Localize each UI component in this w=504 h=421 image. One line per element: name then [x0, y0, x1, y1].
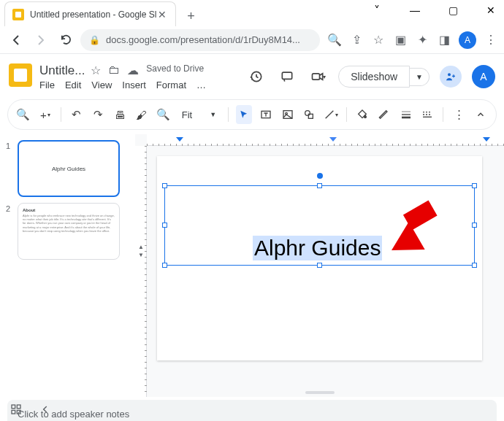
resize-handle-mr[interactable] — [472, 223, 477, 228]
doc-title[interactable]: Untitle... — [39, 63, 85, 78]
forward-button[interactable] — [31, 30, 51, 50]
print-icon[interactable]: 🖶 — [112, 105, 128, 124]
ruler-center-icon[interactable] — [329, 137, 337, 142]
new-slide-icon[interactable]: +▾ — [37, 105, 53, 124]
notes-splitter[interactable] — [305, 391, 335, 394]
install-icon[interactable]: ▣ — [393, 33, 408, 47]
bookmark-icon[interactable]: ☆ — [371, 33, 386, 47]
ruler-indent-left-icon[interactable] — [176, 137, 183, 142]
app-header: Untitle... ☆ 🗀 ☁ Saved to Drive File Edi… — [0, 54, 504, 95]
comments-icon[interactable] — [277, 66, 297, 87]
zoom-tool-icon[interactable]: 🔍 — [156, 105, 172, 124]
move-icon[interactable]: 🗀 — [108, 63, 120, 77]
svg-rect-2 — [312, 74, 319, 80]
lock-icon: 🔒 — [89, 35, 100, 45]
more-tools-icon[interactable]: ⋮ — [451, 105, 467, 124]
redo-icon[interactable]: ↷ — [90, 105, 106, 124]
sidepanel-icon[interactable]: ◨ — [437, 33, 451, 47]
slide-thumb-1[interactable]: 1 Alphr Guides — [6, 140, 129, 197]
speaker-notes[interactable]: Click to add speaker notes — [7, 400, 497, 421]
slideshow-dropdown[interactable]: ▼ — [410, 68, 429, 86]
tab-title: Untitled presentation - Google Sl — [30, 9, 156, 20]
slides-favicon — [12, 9, 24, 20]
back-button[interactable] — [6, 30, 26, 50]
menu-edit[interactable]: Edit — [65, 80, 81, 90]
share-page-icon[interactable]: ⇪ — [349, 33, 364, 47]
undo-icon[interactable]: ↶ — [69, 105, 85, 124]
title-text[interactable]: Alphr Guides — [253, 236, 382, 260]
rotate-handle[interactable] — [317, 173, 323, 179]
reload-button[interactable] — [56, 30, 76, 50]
window-close-button[interactable]: ✕ — [481, 0, 501, 20]
paint-format-icon[interactable]: 🖌 — [134, 105, 150, 124]
svg-rect-9 — [12, 405, 15, 409]
border-dash-icon[interactable] — [420, 105, 436, 124]
filmstrip-splitter[interactable]: ▲▼ — [137, 244, 145, 258]
border-color-icon[interactable] — [376, 105, 392, 124]
title-textbox[interactable]: Alphr Guides — [164, 185, 475, 266]
shape-tool-icon[interactable] — [302, 105, 318, 124]
history-icon[interactable] — [246, 66, 267, 87]
toolbar: 🔍 +▾ ↶ ↷ 🖶 🖌 🔍 Fit▼ ▾ ⋮ — [7, 99, 497, 130]
zoom-icon[interactable]: 🔍 — [327, 33, 342, 47]
search-menus-icon[interactable]: 🔍 — [15, 105, 31, 124]
slide-thumb-2[interactable]: 2 About Alphr is for people who embrace … — [6, 203, 129, 260]
window-minimize-button[interactable]: — — [405, 0, 425, 20]
menu-file[interactable]: File — [39, 80, 55, 90]
border-weight-icon[interactable] — [398, 105, 414, 124]
menu-view[interactable]: View — [91, 80, 112, 90]
svg-rect-10 — [17, 405, 20, 409]
grid-view-icon[interactable] — [9, 402, 23, 417]
fill-color-icon[interactable] — [354, 105, 370, 124]
resize-handle-tm[interactable] — [317, 183, 322, 188]
url-text: docs.google.com/presentation/d/1rDuy8M14… — [106, 34, 300, 45]
resize-handle-tr[interactable] — [472, 183, 477, 188]
svg-point-3 — [448, 73, 451, 76]
resize-handle-br[interactable] — [472, 263, 477, 268]
vertical-ruler[interactable] — [135, 146, 147, 397]
address-bar[interactable]: 🔒 docs.google.com/presentation/d/1rDuy8M… — [80, 29, 320, 51]
resize-handle-bl[interactable] — [162, 263, 167, 268]
select-tool-icon[interactable] — [236, 105, 252, 124]
svg-rect-11 — [12, 410, 15, 414]
menu-more[interactable]: … — [196, 80, 206, 90]
slides-logo[interactable] — [9, 63, 32, 87]
svg-rect-1 — [283, 72, 292, 79]
ruler-indent-right-icon[interactable] — [483, 137, 490, 142]
menu-insert[interactable]: Insert — [122, 80, 146, 90]
window-maximize-button[interactable]: ▢ — [443, 0, 463, 20]
resize-handle-tl[interactable] — [162, 183, 167, 188]
collapse-toolbar-icon[interactable] — [473, 105, 489, 124]
tab-close-icon[interactable]: ✕ — [156, 9, 168, 20]
prev-slide-icon[interactable] — [38, 402, 53, 417]
browser-tab[interactable]: Untitled presentation - Google Sl ✕ — [4, 1, 176, 26]
share-button[interactable] — [440, 66, 462, 88]
textbox-tool-icon[interactable] — [258, 105, 274, 124]
account-avatar[interactable]: A — [472, 65, 495, 88]
star-icon[interactable]: ☆ — [91, 63, 101, 77]
profile-avatar[interactable]: A — [459, 31, 476, 49]
menubar: File Edit View Insert Format … — [39, 80, 206, 90]
image-tool-icon[interactable] — [280, 105, 296, 124]
cloud-icon[interactable]: ☁ — [127, 63, 139, 77]
resize-handle-bm[interactable] — [317, 263, 322, 268]
bottom-bar — [9, 402, 53, 417]
canvas-area: ▲▼ Alphr Guides — [135, 134, 504, 397]
window-titlebar: Untitled presentation - Google Sl ✕ + ˅ … — [0, 0, 504, 26]
new-tab-button[interactable]: + — [180, 6, 201, 26]
chrome-menu-icon[interactable]: ⋮ — [484, 33, 498, 47]
main-area: 1 Alphr Guides 2 About Alphr is for peop… — [0, 134, 504, 397]
extensions-icon[interactable]: ✦ — [415, 33, 429, 47]
browser-toolbar: 🔒 docs.google.com/presentation/d/1rDuy8M… — [0, 26, 504, 54]
slideshow-button[interactable]: Slideshow ▼ — [338, 66, 429, 88]
window-dropdown-button[interactable]: ˅ — [367, 0, 387, 20]
resize-handle-ml[interactable] — [162, 223, 167, 228]
svg-rect-12 — [17, 410, 20, 414]
meet-icon[interactable]: ▾ — [308, 66, 328, 87]
horizontal-ruler[interactable] — [147, 134, 504, 146]
zoom-dropdown[interactable]: Fit▼ — [177, 109, 221, 120]
line-tool-icon[interactable]: ▾ — [323, 105, 339, 124]
slide-canvas[interactable]: Alphr Guides — [157, 156, 482, 360]
menu-format[interactable]: Format — [156, 80, 186, 90]
filmstrip: 1 Alphr Guides 2 About Alphr is for peop… — [0, 134, 135, 397]
